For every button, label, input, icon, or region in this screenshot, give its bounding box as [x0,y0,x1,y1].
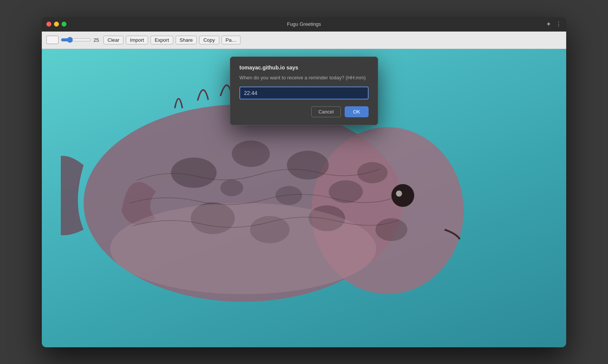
minimize-button[interactable] [54,22,59,27]
app-window: Fugu Greetings ✦ ⋮ 25 Clear Import Expor… [42,17,566,347]
import-button[interactable]: Import [126,36,148,44]
toolbar: 25 Clear Import Export Share Copy Pa… [42,32,566,49]
reminder-time-input[interactable] [239,87,369,99]
dialog-message: When do you want to receive a reminder t… [239,74,369,81]
dialog-cancel-button[interactable]: Cancel [311,106,341,117]
dialog-title: tomayac.github.io says [239,65,369,71]
close-button[interactable] [46,22,51,27]
main-content: tomayac.github.io says When do you want … [42,49,566,347]
dialog-buttons: Cancel OK [239,106,369,117]
reminder-dialog: tomayac.github.io says When do you want … [230,57,378,125]
title-bar: Fugu Greetings ✦ ⋮ [42,17,566,32]
size-slider-container: 25 [61,37,101,43]
title-bar-icons: ✦ ⋮ [546,20,562,28]
dialog-ok-button[interactable]: OK [345,106,369,117]
pen-color-swatch[interactable] [46,36,59,44]
menu-icon[interactable]: ⋮ [556,20,562,28]
clear-button[interactable]: Clear [103,36,124,44]
share-button[interactable]: Share [176,36,197,44]
paste-button[interactable]: Pa… [222,36,241,44]
size-value: 25 [93,37,101,43]
extensions-icon[interactable]: ✦ [546,20,551,28]
export-button[interactable]: Export [150,36,173,44]
dialog-overlay: tomayac.github.io says When do you want … [42,49,566,347]
copy-button[interactable]: Copy [199,36,219,44]
traffic-lights [46,22,66,27]
maximize-button[interactable] [62,22,66,27]
size-slider[interactable] [61,37,91,43]
window-title: Fugu Greetings [287,21,321,27]
